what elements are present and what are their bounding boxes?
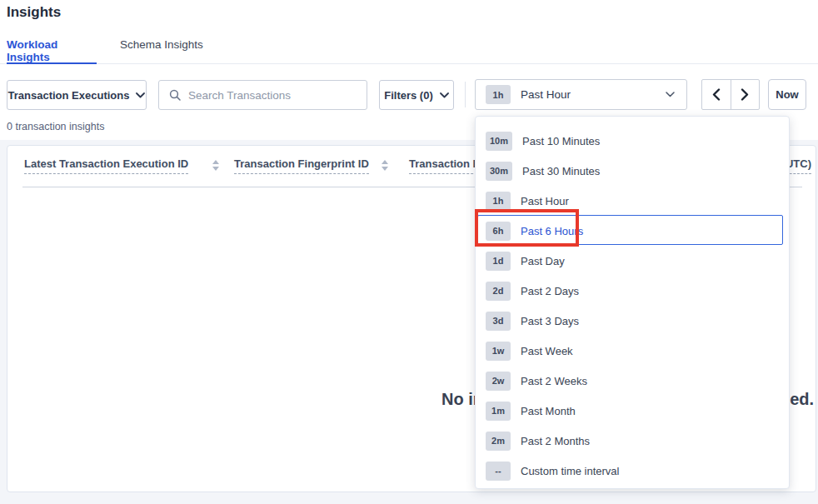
interval-label: Past Day [521, 255, 565, 267]
interval-label: Past 2 Months [521, 435, 590, 447]
dropdown-item-past-hour[interactable]: 1h Past Hour [476, 186, 789, 216]
interval-badge: 2m [486, 432, 511, 451]
chevron-down-icon [440, 92, 449, 98]
interval-label: Past 2 Days [521, 285, 579, 297]
now-label: Now [776, 88, 798, 101]
time-interval-select[interactable]: 1h Past Hour [475, 79, 687, 110]
dropdown-item-past-day[interactable]: 1d Past Day [476, 246, 789, 276]
dropdown-item-custom-time-interval[interactable]: -- Custom time interval [476, 456, 789, 486]
interval-badge: 2w [486, 372, 511, 391]
filters-label: Filters (0) [384, 89, 433, 102]
interval-label: Past Week [521, 345, 573, 357]
dropdown-item-past-10-minutes[interactable]: 10m Past 10 Minutes [476, 126, 789, 156]
dropdown-item-past-2-months[interactable]: 2m Past 2 Months [476, 426, 789, 456]
chevron-down-icon [666, 92, 675, 97]
interval-badge: 1m [486, 402, 511, 421]
insights-page: Insights Workload Insights Schema Insigh… [0, 0, 818, 504]
search-icon [169, 89, 181, 101]
tab-workload-insights[interactable]: Workload Insights [7, 38, 97, 64]
filters-button[interactable]: Filters (0) [379, 80, 454, 110]
search-transactions-input[interactable] [188, 89, 357, 102]
toolbar-divider [465, 82, 466, 107]
interval-label: Past 30 Minutes [522, 165, 600, 177]
workload-type-label: Transaction Executions [8, 89, 130, 102]
interval-label: Past 3 Days [521, 315, 579, 327]
time-interval-dropdown-menu: 10m Past 10 Minutes 30m Past 30 Minutes … [475, 116, 790, 489]
interval-label: Custom time interval [521, 465, 619, 477]
interval-label: Past 10 Minutes [522, 135, 600, 147]
interval-label: Past 6 Hours [521, 225, 583, 237]
tab-schema-insights[interactable]: Schema Insights [120, 38, 203, 64]
chevron-left-icon [712, 88, 721, 101]
interval-badge: 6h [486, 222, 511, 241]
chevron-right-icon [741, 88, 749, 101]
dropdown-item-past-week[interactable]: 1w Past Week [476, 336, 789, 366]
column-header-transaction-fingerprint-id[interactable]: Transaction Fingerprint ID [234, 157, 369, 174]
interval-badge: 2d [486, 282, 511, 301]
interval-badge: 1w [486, 342, 511, 361]
dropdown-item-past-6-hours[interactable]: 6h Past 6 Hours [476, 216, 789, 246]
page-title: Insights [7, 4, 61, 21]
interval-badge: 1h [486, 192, 511, 211]
interval-label: Past Hour [521, 195, 569, 207]
interval-label: Past 2 Weeks [521, 375, 587, 387]
interval-badge: 1d [486, 252, 511, 271]
dropdown-item-past-3-days[interactable]: 3d Past 3 Days [476, 306, 789, 336]
search-transactions-box[interactable] [158, 80, 367, 110]
insights-count: 0 transaction insights [7, 121, 104, 132]
dropdown-item-past-2-days[interactable]: 2d Past 2 Days [476, 276, 789, 306]
chevron-down-icon [136, 92, 145, 98]
now-button[interactable]: Now [768, 79, 806, 110]
sort-icon[interactable] [212, 160, 219, 171]
sort-icon[interactable] [382, 160, 388, 171]
workload-type-select[interactable]: Transaction Executions [7, 80, 147, 110]
interval-badge: 30m [486, 162, 512, 181]
interval-badge: 3d [486, 312, 511, 331]
dropdown-item-past-month[interactable]: 1m Past Month [476, 396, 789, 426]
dropdown-item-past-30-minutes[interactable]: 30m Past 30 Minutes [476, 156, 789, 186]
time-window-pager [701, 79, 760, 110]
time-interval-label: Past Hour [521, 88, 666, 101]
dropdown-item-past-2-weeks[interactable]: 2w Past 2 Weeks [476, 366, 789, 396]
previous-interval-button[interactable] [702, 80, 731, 109]
next-interval-button[interactable] [731, 80, 760, 109]
interval-badge: -- [486, 462, 511, 481]
interval-badge: 10m [486, 132, 512, 151]
time-interval-badge: 1h [486, 85, 511, 104]
column-header-latest-transaction-execution-id[interactable]: Latest Transaction Execution ID [24, 157, 188, 174]
interval-label: Past Month [521, 405, 576, 417]
